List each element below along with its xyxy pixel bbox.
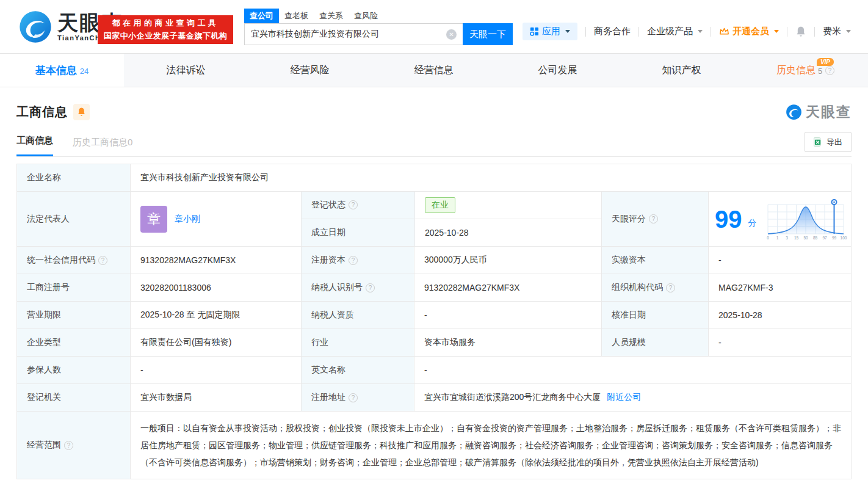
field-label: 注册地址?: [301, 384, 414, 411]
logo-swirl-icon: [18, 10, 52, 44]
svg-text:100: 100: [840, 236, 847, 240]
field-label: 工商注册号: [17, 274, 130, 301]
table-row: 统一社会信用代码? 91320282MAG27KMF3X 注册资本? 30000…: [17, 246, 851, 274]
help-icon: ?: [666, 283, 675, 292]
field-label: 注册资本?: [301, 247, 414, 274]
field-label: 纳税人资质: [301, 302, 414, 329]
org-code: MAG27KMF-3: [708, 274, 851, 301]
apps-menu[interactable]: 应用: [523, 23, 577, 40]
field-label: 营业期限: [17, 302, 130, 329]
help-icon: ?: [349, 200, 358, 209]
field-label: 核准日期: [601, 302, 708, 329]
field-label: 统一社会信用代码?: [17, 247, 130, 274]
svg-text:0: 0: [767, 236, 769, 240]
logo-swirl-icon: [786, 104, 802, 120]
notification-bell-icon[interactable]: [795, 26, 806, 37]
score-value: 99: [715, 207, 742, 231]
legal-rep-cell: 章 章小刚: [130, 192, 301, 246]
registered-address: 宜兴市宜城街道洑溪路200号汇龙商务中心大厦 附近公司: [414, 384, 851, 411]
status-badge: 在业: [425, 197, 455, 213]
field-label: 英文名称: [301, 357, 414, 383]
table-row: 经营范围? 一般项目：以自有资金从事投资活动；股权投资；创业投资（限投资未上市企…: [17, 411, 851, 479]
vip-badge: VIP: [817, 58, 834, 66]
field-label: 成立日期: [302, 219, 414, 247]
table-row: 工商注册号 320282001183006 纳税人识别号? 91320282MA…: [17, 274, 851, 301]
business-term: 2025-10-28 至 无固定期限: [130, 302, 301, 329]
approval-date: 2025-10-28: [708, 302, 851, 329]
svg-text:99: 99: [831, 236, 836, 240]
username: 费米: [823, 26, 841, 37]
industry: 资本市场服务: [414, 329, 601, 356]
svg-text:85: 85: [812, 236, 817, 240]
credit-code: 91320282MAG27KMF3X: [130, 247, 301, 274]
registered-capital: 300000万人民币: [414, 247, 601, 274]
help-icon: ?: [349, 393, 358, 402]
table-row: 企业类型 有限责任公司(国有独资) 行业 资本市场服务 人员规模 -: [17, 329, 851, 356]
clear-search-icon[interactable]: ✕: [446, 29, 457, 40]
tab-company-development[interactable]: 公司发展: [496, 54, 620, 87]
field-label: 法定代表人: [17, 192, 130, 246]
chevron-down-icon: [774, 30, 779, 33]
chevron-down-icon: [698, 30, 703, 33]
search-button[interactable]: 天眼一下: [463, 23, 513, 45]
subtab-history-business-info[interactable]: 历史工商信息0: [73, 137, 132, 156]
tab-count: 5: [818, 67, 822, 76]
business-info-table: 企业名称 宜兴市科技创新产业投资有限公司 法定代表人 章 章小刚 登记状态? 在…: [16, 164, 852, 479]
tab-operation-risk[interactable]: 经营风险: [248, 54, 372, 87]
tab-history-info[interactable]: 历史信息 VIP 5 ?: [743, 54, 867, 87]
grid-icon: [530, 27, 539, 36]
field-label: 纳税人识别号?: [301, 274, 414, 301]
top-header: 天眼查 TianYanCha.com 都在用的商业查询工具 国家中小企业发展子基…: [0, 0, 868, 54]
apps-label: 应用: [542, 26, 560, 37]
nearby-companies-link[interactable]: 附近公司: [607, 392, 641, 403]
tab-legal-litigation[interactable]: 法律诉讼: [124, 54, 248, 87]
nav-enterprise-products[interactable]: 企业级产品: [647, 26, 703, 37]
chevron-down-icon: [565, 30, 570, 33]
nav-cooperation[interactable]: 商务合作: [594, 26, 631, 37]
subtab-business-info[interactable]: 工商信息: [16, 135, 53, 156]
company-name: 宜兴市科技创新产业投资有限公司: [130, 164, 851, 191]
field-label: 实缴资本: [601, 247, 708, 274]
field-label: 登记机关: [17, 384, 130, 411]
search-input-value: 宜兴市科技创新产业投资有限公司: [251, 29, 446, 40]
taxpayer-id: 91320282MAG27KMF3X: [414, 274, 601, 301]
registration-authority: 宜兴市数据局: [130, 384, 301, 411]
slogan-banner: 都在用的商业查询工具 国家中小企业发展子基金旗下机构: [98, 15, 233, 44]
taxpayer-qualification: -: [414, 302, 601, 329]
tab-basic-info[interactable]: 基本信息24: [0, 54, 124, 87]
staff-size: -: [708, 329, 851, 356]
field-label: 企业类型: [17, 329, 130, 356]
tab-count: 24: [80, 67, 89, 76]
field-label: 经营范围?: [17, 412, 130, 479]
tab-operation-info[interactable]: 经营信息: [372, 54, 496, 87]
help-icon: ?: [98, 256, 107, 265]
avatar[interactable]: 章: [140, 206, 167, 233]
search-tab-company[interactable]: 查公司: [244, 9, 279, 23]
export-button[interactable]: 导出: [805, 132, 852, 152]
field-label: 行业: [301, 329, 414, 356]
english-name: -: [414, 357, 851, 383]
svg-text:1: 1: [776, 236, 778, 240]
field-label: 登记状态?: [302, 192, 414, 219]
svg-text:50: 50: [803, 236, 808, 240]
slogan-line1: 都在用的商业查询工具: [112, 18, 219, 29]
nav-open-vip[interactable]: 开通会员: [719, 26, 779, 37]
main-tab-bar: 基本信息24 法律诉讼 经营风险 经营信息 公司发展 知识产权 历史信息 VIP…: [0, 54, 868, 87]
help-icon: ?: [366, 283, 375, 292]
search-tab-risk[interactable]: 查风险: [349, 9, 383, 23]
tab-intellectual-property[interactable]: 知识产权: [620, 54, 743, 87]
nav-user-menu[interactable]: 费米: [823, 26, 851, 37]
search-tab-boss[interactable]: 查老板: [279, 9, 314, 23]
establish-date: 2025-10-28: [414, 219, 601, 247]
paid-in-capital: -: [708, 247, 851, 274]
search-input[interactable]: 宜兴市科技创新产业投资有限公司 ✕: [244, 23, 463, 45]
table-row: 企业名称 宜兴市科技创新产业投资有限公司: [17, 164, 851, 191]
help-icon: ?: [825, 66, 834, 75]
excel-icon: [814, 137, 823, 147]
legal-rep-link[interactable]: 章小刚: [175, 214, 200, 225]
business-scope: 一般项目：以自有资金从事投资活动；股权投资；创业投资（限投资未上市企业）；自有资…: [130, 412, 851, 479]
search-area: 查公司 查老板 查关系 查风险 宜兴市科技创新产业投资有限公司 ✕ 天眼一下: [244, 9, 513, 45]
search-tab-relation[interactable]: 查关系: [314, 9, 349, 23]
field-label: 参保人数: [17, 357, 130, 383]
subscribe-bell-icon[interactable]: [73, 104, 90, 120]
